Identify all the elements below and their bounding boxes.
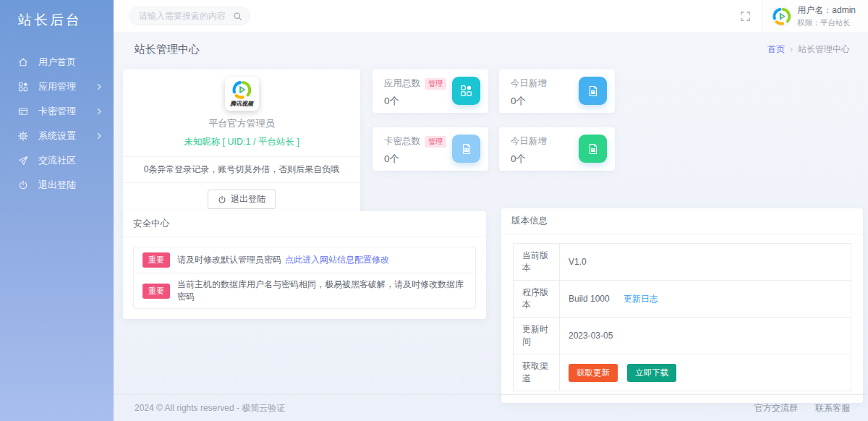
get-update-button[interactable]: 获取更新 bbox=[569, 364, 618, 382]
table-row: 程序版本 Build 1000 更新日志 bbox=[514, 281, 851, 318]
page-title: 站长管理中心 bbox=[135, 43, 200, 56]
user-menu[interactable]: 用户名：admin 权限：平台站长 bbox=[762, 0, 868, 32]
contact-support-link[interactable]: 联系客服 bbox=[815, 402, 850, 414]
sidebar-item-label: 卡密管理 bbox=[38, 105, 76, 118]
alert-text: 当前主机的数据库用户名与密码相同，极易被黑客破解，请及时修改数据库密码 bbox=[177, 278, 467, 303]
footer: 2024 © All rights reserved - 极简云验证 官方交流群… bbox=[114, 394, 868, 421]
profile-card: 腾讯视频 平台官方管理员 未知昵称 [ UID:1 / 平台站长 ] 0条异常登… bbox=[123, 69, 360, 217]
fullscreen-icon[interactable] bbox=[728, 11, 762, 22]
main-area: 用户名：admin 权限：平台站长 站长管理中心 首页 站长管理中心 腾讯视频 … bbox=[114, 0, 868, 421]
page-header: 站长管理中心 首页 站长管理中心 bbox=[114, 33, 868, 66]
version-row-label: 更新时间 bbox=[514, 318, 560, 354]
sidebar-item-label: 用户首页 bbox=[38, 56, 76, 69]
stat-card-apps-today: 今日新增 0个 bbox=[499, 69, 615, 113]
breadcrumb-home-link[interactable]: 首页 bbox=[767, 43, 785, 56]
version-info-card: 版本信息 当前版本 V1.0 程序版本 Build 1000 更新日志 更新时间… bbox=[501, 208, 863, 403]
sidebar-item-user-home[interactable]: 用户首页 bbox=[0, 50, 114, 75]
sidebar-menu: 用户首页 应用管理 卡密管理 系统设置 bbox=[0, 50, 114, 197]
profile-identity: 未知昵称 [ UID:1 / 平台站长 ] bbox=[123, 136, 360, 156]
avatar bbox=[773, 7, 791, 25]
search-icon[interactable] bbox=[233, 12, 242, 21]
sidebar-item-logout[interactable]: 退出登陆 bbox=[0, 173, 114, 197]
version-table: 当前版本 V1.0 程序版本 Build 1000 更新日志 更新时间 2023… bbox=[513, 243, 851, 391]
security-alert-box: 重要 请及时修改默认管理员密码 点此进入网站信息配置修改 重要 当前主机的数据库… bbox=[133, 247, 476, 309]
gear-icon bbox=[18, 131, 29, 142]
file-icon bbox=[579, 77, 607, 105]
chevron-right-icon bbox=[96, 132, 102, 140]
topbar-right: 用户名：admin 权限：平台站长 bbox=[728, 0, 868, 32]
chevron-right-icon bbox=[96, 108, 102, 115]
power-icon bbox=[18, 180, 29, 191]
stat-label: 今日新增 bbox=[511, 77, 547, 90]
manage-badge[interactable]: 管理 bbox=[425, 78, 446, 90]
send-icon bbox=[18, 156, 29, 166]
sidebar-item-community[interactable]: 交流社区 bbox=[0, 148, 114, 173]
stat-card-total-cards: 卡密总数 管理 0个 bbox=[373, 127, 488, 171]
manage-badge[interactable]: 管理 bbox=[425, 136, 446, 148]
card-icon bbox=[18, 106, 29, 117]
table-row: 当前版本 V1.0 bbox=[514, 244, 851, 281]
chevron-right-icon bbox=[96, 83, 102, 90]
stat-label: 今日新增 bbox=[511, 135, 547, 148]
stat-label: 卡密总数 bbox=[384, 135, 420, 148]
version-row-label: 当前版本 bbox=[514, 244, 560, 281]
file-icon bbox=[452, 135, 480, 163]
sidebar-item-label: 应用管理 bbox=[38, 80, 76, 93]
sidebar-item-label: 系统设置 bbox=[38, 129, 76, 143]
security-center-card: 安全中心 重要 请及时修改默认管理员密码 点此进入网站信息配置修改 重要 当前主… bbox=[123, 211, 486, 319]
logout-button[interactable]: 退出登陆 bbox=[208, 190, 276, 209]
changelog-link[interactable]: 更新日志 bbox=[624, 294, 658, 304]
power-icon bbox=[218, 195, 226, 204]
sidebar-item-system-settings[interactable]: 系统设置 bbox=[0, 124, 114, 148]
topbar: 用户名：admin 权限：平台站长 bbox=[114, 0, 868, 33]
copyright-text: 2024 © All rights reserved - 极简云验证 bbox=[135, 402, 285, 414]
breadcrumb-separator-icon bbox=[790, 44, 793, 54]
version-row-label: 获取渠道 bbox=[514, 354, 560, 391]
alert-text: 请及时修改默认管理员密码 bbox=[177, 254, 281, 266]
stat-card-total-apps: 应用总数 管理 0个 bbox=[373, 69, 488, 113]
sidebar-item-app-manage[interactable]: 应用管理 bbox=[0, 75, 114, 99]
important-badge: 重要 bbox=[142, 252, 170, 268]
sidebar-item-card-manage[interactable]: 卡密管理 bbox=[0, 99, 114, 124]
table-row: 更新时间 2023-03-05 bbox=[514, 318, 851, 354]
tencent-video-logo: 腾讯视频 bbox=[225, 77, 259, 111]
app-title: 站长后台 bbox=[0, 0, 114, 30]
breadcrumb-current: 站长管理中心 bbox=[798, 43, 850, 56]
download-now-button[interactable]: 立即下载 bbox=[627, 364, 676, 382]
search-box bbox=[129, 7, 250, 25]
stat-card-cards-today: 今日新增 0个 bbox=[499, 127, 615, 171]
apps-icon bbox=[452, 77, 480, 105]
version-card-title: 版本信息 bbox=[501, 208, 863, 234]
version-row-value: 2023-03-05 bbox=[560, 318, 851, 354]
official-group-link[interactable]: 官方交流群 bbox=[754, 402, 798, 414]
sidebar-item-label: 退出登陆 bbox=[38, 179, 76, 192]
login-notice: 0条异常登录记录，账号切莫外借，否则后果自负哦 bbox=[123, 157, 360, 182]
version-row-label: 程序版本 bbox=[514, 281, 560, 318]
config-edit-link[interactable]: 点此进入网站信息配置修改 bbox=[285, 254, 389, 266]
security-alert-row: 重要 当前主机的数据库用户名与密码相同，极易被黑客破解，请及时修改数据库密码 bbox=[134, 273, 475, 308]
table-row: 获取渠道 获取更新 立即下载 bbox=[514, 354, 851, 391]
security-card-title: 安全中心 bbox=[123, 211, 486, 237]
user-role-label: 权限：平台站长 bbox=[797, 18, 856, 28]
search-input[interactable] bbox=[139, 11, 233, 21]
brand-name: 腾讯视频 bbox=[230, 100, 253, 108]
username-label: 用户名：admin bbox=[797, 4, 856, 17]
home-icon bbox=[18, 57, 29, 68]
version-row-value: V1.0 bbox=[560, 244, 851, 281]
profile-role: 平台官方管理员 bbox=[123, 117, 360, 130]
breadcrumb: 首页 站长管理中心 bbox=[767, 43, 850, 56]
file-icon bbox=[579, 135, 607, 163]
sidebar-item-label: 交流社区 bbox=[38, 154, 76, 167]
apps-icon bbox=[18, 82, 29, 93]
security-alert-row: 重要 请及时修改默认管理员密码 点此进入网站信息配置修改 bbox=[134, 247, 475, 273]
logout-button-label: 退出登陆 bbox=[231, 193, 265, 205]
version-row-value: Build 1000 bbox=[569, 294, 610, 304]
important-badge: 重要 bbox=[142, 284, 170, 299]
stat-label: 应用总数 bbox=[384, 77, 420, 90]
sidebar: 站长后台 用户首页 应用管理 卡密管理 bbox=[0, 0, 114, 421]
